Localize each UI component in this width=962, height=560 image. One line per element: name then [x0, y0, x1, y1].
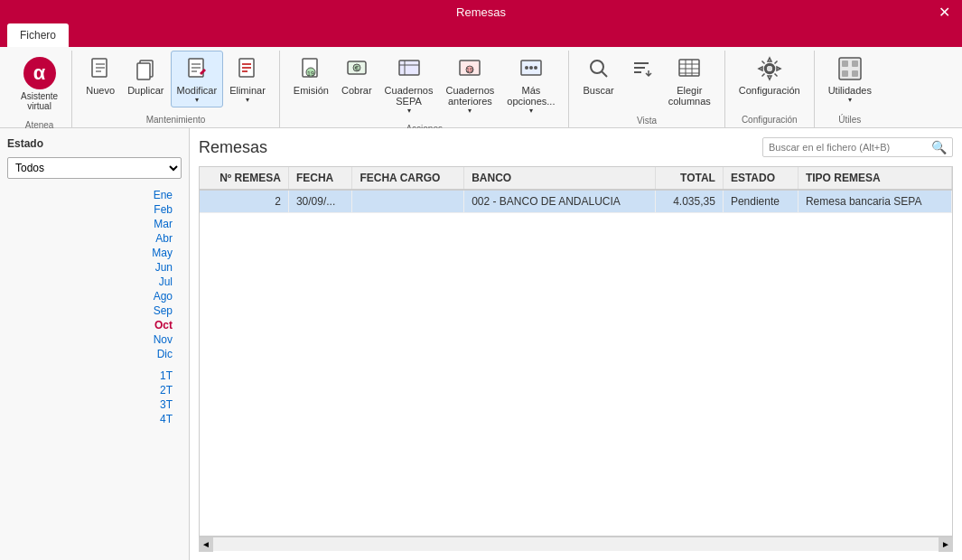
cobrar-label: Cobrar: [341, 85, 372, 96]
ribbon-tab-bar: Fichero: [0, 23, 962, 47]
cuadernos-anteriores-button[interactable]: 19 Cuadernosanteriores ▾: [439, 51, 500, 118]
svg-rect-45: [842, 61, 848, 67]
duplicar-button[interactable]: Duplicar: [121, 51, 170, 99]
svg-rect-20: [399, 61, 419, 75]
month-nov[interactable]: Nov: [154, 332, 173, 347]
mas-opciones-arrow: ▾: [529, 107, 533, 115]
col-tipo[interactable]: TIPO REMESA: [798, 167, 951, 190]
nuevo-button[interactable]: Nuevo: [79, 51, 121, 99]
cuadernos-anteriores-label: Cuadernosanteriores: [445, 85, 494, 107]
svg-rect-47: [842, 70, 848, 77]
configuracion-label: Configuración: [739, 85, 800, 96]
month-sep[interactable]: Sep: [154, 303, 173, 318]
svg-text:€: €: [355, 64, 360, 72]
utilidades-label: Utilidades: [828, 85, 872, 96]
scroll-right-arrow[interactable]: ►: [939, 537, 953, 552]
remesas-table: Nº REMESA FECHA FECHA CARGO BANCO TOTAL …: [200, 167, 952, 213]
estado-select[interactable]: Todos Pendiente Cobrado Anulado: [7, 157, 182, 179]
eliminar-label: Eliminar: [229, 85, 266, 96]
quarter-4t[interactable]: 4T: [160, 412, 173, 426]
table-scroll-area[interactable]: Nº REMESA FECHA FECHA CARGO BANCO TOTAL …: [199, 166, 953, 537]
col-total[interactable]: TOTAL: [656, 167, 723, 190]
ribbon-group-acciones: 19 Emisión € Cobrar CuadernosSEPA ▾ 19: [280, 51, 570, 127]
month-mar[interactable]: Mar: [154, 217, 173, 231]
month-jul[interactable]: Jul: [159, 275, 173, 289]
buscar-label: Buscar: [583, 85, 613, 96]
eliminar-icon: [233, 54, 262, 83]
eliminar-arrow: ▾: [246, 96, 249, 104]
mantenimiento-label: Mantenimiento: [79, 113, 272, 127]
modificar-icon: [182, 54, 211, 83]
svg-rect-48: [852, 70, 858, 77]
modificar-label: Modificar: [177, 85, 218, 96]
cell-total: 4.035,35: [656, 190, 723, 213]
duplicar-icon: [131, 54, 160, 83]
tab-fichero[interactable]: Fichero: [7, 23, 69, 47]
svg-text:19: 19: [308, 70, 315, 77]
ribbon-group-mantenimiento: Nuevo Duplicar Modificar ▾ Eliminar: [72, 51, 280, 127]
eliminar-button[interactable]: Eliminar ▾: [223, 51, 272, 107]
month-ene[interactable]: Ene: [154, 188, 173, 202]
emision-button[interactable]: 19 Emisión: [287, 51, 335, 99]
svg-point-27: [525, 66, 528, 70]
scroll-track[interactable]: [213, 537, 939, 551]
asistente-virtual-button[interactable]: α Asistentevirtual: [14, 53, 64, 115]
main-layout: Estado Todos Pendiente Cobrado Anulado E…: [0, 128, 962, 560]
configuracion-icon: [755, 54, 784, 83]
cuadernos-sepa-button[interactable]: CuadernosSEPA ▾: [378, 51, 440, 118]
cuadernos-anteriores-icon: 19: [455, 54, 484, 83]
table-header-row: Nº REMESA FECHA FECHA CARGO BANCO TOTAL …: [200, 167, 952, 190]
sidebar: Estado Todos Pendiente Cobrado Anulado E…: [0, 128, 190, 560]
month-oct[interactable]: Oct: [154, 318, 173, 332]
app-title: Remesas: [456, 5, 506, 19]
col-estado[interactable]: ESTADO: [723, 167, 798, 190]
quarter-3t[interactable]: 3T: [160, 397, 173, 412]
search-box[interactable]: 🔍: [762, 137, 953, 157]
buscar-icon: [584, 54, 613, 83]
sort-button[interactable]: [621, 51, 662, 89]
title-bar: Remesas ✕: [0, 0, 962, 23]
col-banco[interactable]: BANCO: [464, 167, 656, 190]
content-header: Remesas 🔍: [199, 137, 953, 157]
col-fecha[interactable]: FECHA: [288, 167, 352, 190]
page-title: Remesas: [199, 138, 267, 157]
month-abr[interactable]: Abr: [155, 231, 173, 246]
mas-opciones-button[interactable]: Másopciones... ▾: [500, 51, 561, 118]
svg-point-29: [534, 66, 537, 70]
duplicar-label: Duplicar: [127, 85, 163, 96]
month-may[interactable]: May: [152, 246, 173, 260]
cuadernos-sepa-arrow: ▾: [407, 107, 411, 115]
content-area: Remesas 🔍 Nº REMESA FECHA FECHA CARGO BA…: [190, 128, 962, 560]
ribbon-group-utiles: Utilidades ▾ Útiles: [815, 51, 885, 127]
estado-label: Estado: [7, 137, 182, 150]
col-fecha-cargo[interactable]: FECHA CARGO: [352, 167, 464, 190]
horizontal-scrollbar[interactable]: ◄ ►: [199, 537, 953, 551]
col-num[interactable]: Nº REMESA: [200, 167, 288, 190]
buscar-button[interactable]: Buscar: [576, 51, 620, 99]
month-ago[interactable]: Ago: [154, 289, 173, 303]
utilidades-button[interactable]: Utilidades ▾: [822, 51, 878, 107]
cobrar-button[interactable]: € Cobrar: [335, 51, 378, 99]
close-button[interactable]: ✕: [926, 0, 962, 23]
scroll-left-arrow[interactable]: ◄: [199, 537, 213, 552]
table-row[interactable]: 2 30/09/... 002 - BANCO DE ANDALUCIA 4.0…: [200, 190, 952, 213]
month-dic[interactable]: Dic: [157, 347, 173, 361]
quarter-2t[interactable]: 2T: [160, 383, 173, 397]
elegir-columnas-button[interactable]: Elegircolumnas: [662, 51, 717, 110]
asistente-label: Asistentevirtual: [21, 91, 58, 111]
configuracion-button[interactable]: Configuración: [733, 51, 807, 99]
month-list: Ene Feb Mar Abr May Jun Jul Ago Sep Oct …: [7, 188, 182, 361]
month-jun[interactable]: Jun: [155, 260, 173, 275]
month-feb[interactable]: Feb: [154, 202, 173, 217]
svg-point-43: [767, 66, 772, 71]
search-input[interactable]: [769, 142, 931, 153]
vista-label: Vista: [576, 114, 716, 128]
modificar-button[interactable]: Modificar ▾: [171, 51, 224, 107]
elegir-columnas-label: Elegircolumnas: [668, 85, 711, 107]
svg-rect-46: [852, 61, 858, 67]
emision-icon: 19: [296, 54, 325, 83]
nuevo-icon: [86, 54, 115, 83]
quarter-1t[interactable]: 1T: [160, 369, 173, 383]
sort-icon: [627, 54, 656, 83]
ribbon-group-configuracion: Configuración Configuración: [725, 51, 815, 127]
